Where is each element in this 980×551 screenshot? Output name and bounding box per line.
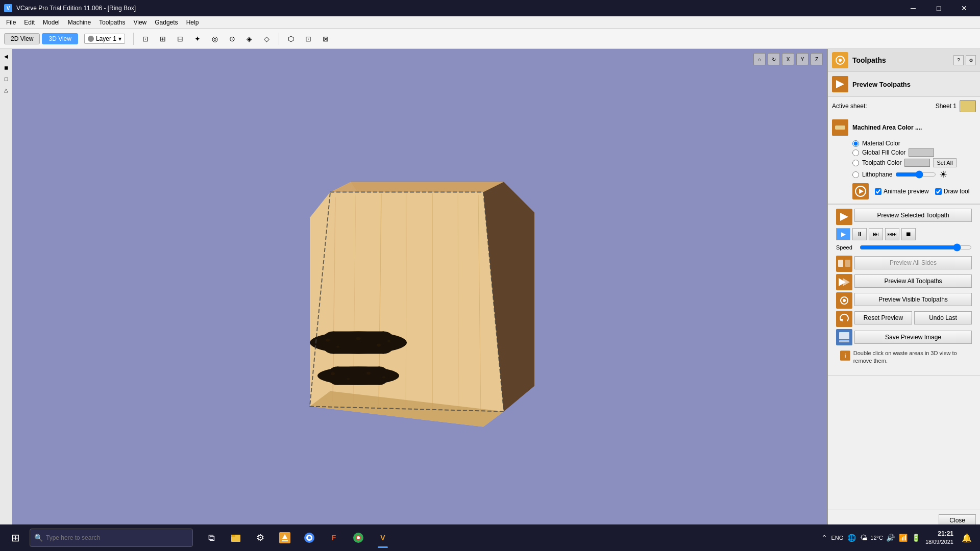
menu-model[interactable]: Model	[39, 18, 64, 27]
tab-3d-view[interactable]: 3D View	[42, 33, 78, 44]
menu-file[interactable]: File	[2, 18, 20, 27]
taskbar-downloads[interactable]	[274, 527, 296, 549]
taskbar-task-view[interactable]: ⧉	[200, 527, 223, 549]
preview-all-toolpaths-button[interactable]: Preview All Toolpaths	[854, 274, 972, 288]
search-input[interactable]	[46, 534, 188, 541]
skip-next-button[interactable]: ⏭	[869, 228, 883, 240]
system-icons: ⌃ ENG 🌐 🌤 12°C 🔊 📶 🔋	[820, 533, 921, 543]
save-preview-image-button[interactable]: Save Preview Image	[854, 331, 972, 344]
draw-tool-checkbox[interactable]	[935, 188, 942, 195]
panel-help-button[interactable]: ?	[953, 55, 964, 65]
viewport-zoom-y-button[interactable]: Y	[796, 53, 808, 65]
section-title: Preview Toolpaths	[852, 81, 911, 88]
toolbar-btn-9[interactable]: ⬡	[283, 32, 299, 46]
toolbar-btn-1[interactable]: ⊡	[138, 32, 153, 46]
global-fill-label[interactable]: Global Fill Color	[862, 149, 905, 156]
menu-help[interactable]: Help	[182, 18, 203, 27]
svg-rect-58	[231, 535, 235, 537]
menu-toolpaths[interactable]: Toolpaths	[95, 18, 129, 27]
toolpath-color-radio[interactable]	[852, 160, 859, 166]
draw-tool-row: Draw tool	[935, 188, 970, 195]
start-button[interactable]: ⊞	[4, 527, 27, 549]
tab-2d-view[interactable]: 2D View	[4, 33, 40, 44]
viewport-rotate-button[interactable]: ↻	[768, 53, 780, 65]
material-color-radio[interactable]	[852, 140, 859, 147]
chevron-up-icon[interactable]: ⌃	[820, 533, 828, 543]
sidebar-tool-1[interactable]: ◀	[1, 51, 11, 61]
set-all-button[interactable]: Set All	[933, 158, 956, 167]
pause-button[interactable]: ⏸	[852, 228, 867, 240]
sheet-color-button[interactable]	[960, 100, 976, 112]
play-button[interactable]: ▶	[836, 228, 850, 240]
menu-edit[interactable]: Edit	[20, 18, 39, 27]
minimize-button[interactable]: ─	[901, 0, 925, 16]
toolbar-btn-6[interactable]: ⊙	[225, 32, 240, 46]
save-preview-row: Save Preview Image	[836, 329, 972, 345]
taskbar-app-f[interactable]: F	[323, 527, 345, 549]
layer-selector[interactable]: Layer 1 ▾	[84, 34, 125, 44]
reset-preview-button[interactable]: Reset Preview	[854, 311, 912, 324]
global-fill-swatch[interactable]	[909, 148, 934, 157]
clock[interactable]: 21:21 18/09/2021	[925, 530, 953, 546]
viewport-3d[interactable]: ⌂ ↻ X Y Z	[12, 49, 827, 531]
svg-point-25	[347, 378, 350, 380]
toolpath-color-row: Toolpath Color Set All	[852, 158, 976, 167]
search-bar[interactable]: 🔍	[30, 529, 193, 547]
speaker-icon[interactable]: 🔊	[885, 533, 896, 543]
toolbar-btn-4[interactable]: ✦	[190, 32, 205, 46]
viewport-home-button[interactable]: ⌂	[753, 53, 766, 65]
close-button[interactable]: ✕	[952, 0, 976, 16]
toolbar-btn-10[interactable]: ⊡	[301, 32, 316, 46]
speed-slider[interactable]	[860, 243, 972, 252]
menu-machine[interactable]: Machine	[64, 18, 95, 27]
svg-marker-1	[330, 182, 504, 192]
notification-button[interactable]: 🔔	[958, 527, 976, 549]
preview-selected-button[interactable]: Preview Selected Toolpath	[854, 209, 972, 222]
svg-point-31	[839, 59, 842, 62]
stop-button[interactable]: ⏹	[901, 228, 916, 240]
material-color-label[interactable]: Material Color	[862, 140, 900, 147]
title-bar: V VCarve Pro Trial Edition 11.006 - [Rin…	[0, 0, 980, 16]
skip-end-button[interactable]: ⏭⏭	[885, 228, 899, 240]
toolpath-color-label[interactable]: Toolpath Color	[862, 159, 901, 166]
battery-icon[interactable]: 🔋	[911, 533, 921, 543]
taskbar-chrome-2[interactable]	[347, 527, 370, 549]
viewport-zoom-x-button[interactable]: X	[782, 53, 794, 65]
toolbar-btn-11[interactable]: ⊠	[318, 32, 333, 46]
toolbar-btn-5[interactable]: ◎	[207, 32, 223, 46]
taskbar-browser[interactable]	[298, 527, 321, 549]
preview-visible-button[interactable]: Preview Visible Toolpaths	[854, 293, 972, 306]
sidebar-tool-2[interactable]: ◼	[1, 62, 11, 72]
toolbar-btn-7[interactable]: ◈	[242, 32, 257, 46]
taskbar-settings[interactable]: ⚙	[249, 527, 272, 549]
toolpath-color-swatch[interactable]	[904, 159, 930, 167]
sidebar-tool-4[interactable]: △	[1, 85, 11, 95]
menu-gadgets[interactable]: Gadgets	[151, 18, 182, 27]
global-fill-radio[interactable]	[852, 149, 859, 156]
toolbar-btn-2[interactable]: ⊞	[155, 32, 170, 46]
animate-preview-checkbox[interactable]	[875, 188, 881, 195]
sidebar-tool-3[interactable]: ◻	[1, 73, 11, 84]
toolbar-btn-3[interactable]: ⊟	[173, 32, 188, 46]
preview-all-sides-button[interactable]: Preview All Sides	[854, 256, 972, 269]
animate-preview-label[interactable]: Animate preview	[884, 188, 929, 195]
undo-last-button[interactable]: Undo Last	[914, 311, 972, 324]
taskbar-vcarve[interactable]: V	[372, 527, 394, 549]
toolbar-btn-8[interactable]: ◇	[259, 32, 275, 46]
viewport-z-button[interactable]: Z	[811, 53, 823, 65]
maximize-button[interactable]: □	[927, 0, 950, 16]
panel-settings-button[interactable]: ⚙	[966, 55, 976, 65]
network-icon[interactable]: 🌐	[846, 533, 857, 543]
svg-point-27	[382, 377, 385, 379]
language-icon[interactable]: ENG	[830, 534, 845, 542]
lithophane-label[interactable]: Lithophane	[862, 171, 892, 178]
active-sheet-label: Active sheet:	[832, 103, 867, 110]
menu-view[interactable]: View	[129, 18, 151, 27]
draw-tool-label[interactable]: Draw tool	[944, 188, 970, 195]
hint-row: i Double click on waste areas in 3D view…	[836, 347, 972, 367]
lithophane-slider[interactable]	[895, 170, 936, 179]
taskbar-file-explorer[interactable]	[225, 527, 247, 549]
lithophane-radio[interactable]	[852, 171, 859, 178]
wifi-icon[interactable]: 📶	[898, 533, 909, 543]
svg-rect-35	[835, 126, 845, 130]
